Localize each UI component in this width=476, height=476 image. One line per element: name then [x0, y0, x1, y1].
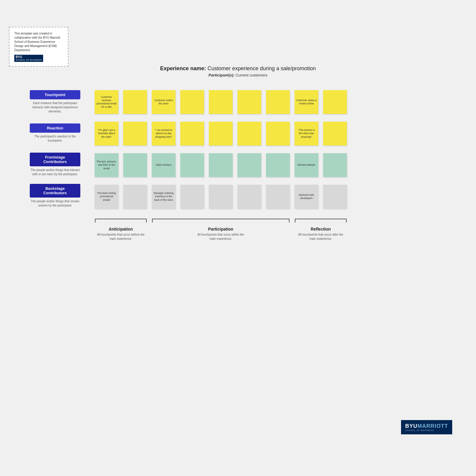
experience-header: Experience name: Customer experience dur… — [12, 65, 464, 77]
note-frontstage-2[interactable]: Sales workers — [152, 153, 176, 177]
note-backstage-8[interactable] — [323, 185, 347, 209]
footer-school: SCHOOL OF BUSINESS — [405, 429, 448, 431]
phase-participation: ParticipationAll touchpoints that occur … — [149, 217, 292, 241]
note-touchpoint-4[interactable] — [209, 90, 233, 114]
anticipation-title: Anticipation — [109, 227, 133, 231]
reaction-label-btn: Reaction — [30, 123, 80, 133]
anticipation-bracket — [92, 217, 149, 226]
note-frontstage-3[interactable] — [180, 153, 204, 177]
touchpoint-label-btn: Touchpoint — [30, 90, 80, 99]
note-touchpoint-8[interactable] — [323, 90, 347, 114]
participation-title: Participation — [208, 227, 234, 231]
labels-column: Touchpoint Each instance that the partic… — [24, 86, 92, 241]
touchpoint-notes-row: Customer receives promotional email for … — [92, 86, 452, 118]
note-reaction-7[interactable]: "The service in the store was amazing!" — [295, 122, 318, 145]
footer-logo: BYUMARRIOTT SCHOOL OF BUSINESS — [401, 420, 452, 434]
footer-marriott-part: MARRIOTT — [417, 423, 448, 429]
note-frontstage-1[interactable] — [123, 153, 147, 177]
note-touchpoint-0[interactable]: Customer receives promotional email for … — [95, 90, 118, 114]
footer-byu: BYUMARRIOTT — [405, 423, 448, 429]
frontstage-notes-row: The text, pictures, and links in the ema… — [92, 149, 452, 181]
reflection-bracket — [292, 217, 349, 226]
reflection-desc: All touchpoints that occur after the mai… — [297, 233, 345, 241]
note-touchpoint-5[interactable] — [237, 90, 261, 114]
note-touchpoint-6[interactable] — [266, 90, 290, 114]
anticipation-desc: All touchpoints that occur before the ma… — [97, 233, 145, 241]
note-touchpoint-7[interactable]: Customer writes a review online — [295, 90, 318, 114]
frontstage-label-btn: Frontstage Contributors — [30, 153, 80, 166]
note-reaction-5[interactable] — [237, 122, 261, 145]
participation-bracket — [149, 217, 292, 226]
template-box: This template was created in collaborati… — [9, 27, 68, 67]
note-reaction-2[interactable]: "I am excited to spend my day shopping h… — [152, 122, 176, 145]
note-backstage-4[interactable] — [209, 185, 233, 209]
note-backstage-0[interactable]: The team writing promotional emails — [95, 185, 118, 209]
notes-grid: Customer receives promotional email for … — [92, 86, 452, 241]
note-reaction-3[interactable] — [180, 122, 204, 145]
note-frontstage-4[interactable] — [209, 153, 233, 177]
note-reaction-4[interactable] — [209, 122, 233, 145]
note-backstage-7[interactable]: Backend web developers — [295, 185, 318, 209]
note-backstage-3[interactable] — [180, 185, 204, 209]
touchpoint-label-desc: Each instance that the participant inter… — [30, 101, 80, 114]
reaction-notes-row: "I'm glad I got a reminder about the sal… — [92, 118, 452, 149]
note-reaction-6[interactable] — [266, 122, 290, 145]
note-backstage-6[interactable] — [266, 185, 290, 209]
backstage-label-section: Backstage Contributors The people and/or… — [24, 180, 92, 211]
participant-line: Participant(s): Current customers — [12, 73, 464, 77]
reflection-title: Reflection — [311, 227, 331, 231]
note-touchpoint-1[interactable] — [123, 90, 147, 114]
note-frontstage-7[interactable]: Review website — [295, 153, 318, 177]
note-frontstage-0[interactable]: The text, pictures, and links in the ema… — [95, 153, 118, 177]
note-touchpoint-3[interactable] — [180, 90, 204, 114]
note-touchpoint-2[interactable]: Customer enters the store — [152, 90, 176, 114]
note-reaction-0[interactable]: "I'm glad I got a reminder about the sal… — [95, 122, 118, 145]
note-frontstage-8[interactable] — [323, 153, 347, 177]
note-reaction-1[interactable] — [123, 122, 147, 145]
touchpoint-label-section: Touchpoint Each instance that the partic… — [24, 86, 92, 118]
note-reaction-8[interactable] — [323, 122, 347, 145]
phase-anticipation: AnticipationAll touchpoints that occur b… — [92, 217, 149, 241]
template-logo: BYUSCHOOL OF BUSINESS — [14, 55, 43, 62]
experience-title: Experience name: Customer experience dur… — [12, 65, 464, 72]
reaction-label-section: Reaction The participant's reaction to t… — [24, 118, 92, 149]
participation-desc: All touchpoints that occur within the ma… — [197, 233, 245, 241]
note-backstage-1[interactable] — [123, 185, 147, 209]
backstage-notes-row: The team writing promotional emailsManag… — [92, 181, 452, 212]
phase-reflection: ReflectionAll touchpoints that occur aft… — [292, 217, 349, 241]
note-frontstage-6[interactable] — [266, 153, 290, 177]
frontstage-label-section: Frontstage Contributors The people and/o… — [24, 149, 92, 180]
note-frontstage-5[interactable] — [237, 153, 261, 177]
backstage-label-btn: Backstage Contributors — [30, 184, 80, 198]
backstage-label-desc: The people and/or things that remain uns… — [30, 199, 80, 208]
frontstage-label-desc: The people and/or things that interact w… — [30, 168, 80, 176]
page: This template was created in collaborati… — [0, 0, 476, 476]
note-backstage-2[interactable]: Manager ordering inventory in the back o… — [152, 185, 176, 209]
template-description: This template was created in collaborati… — [14, 32, 63, 52]
note-backstage-5[interactable] — [237, 185, 261, 209]
reaction-label-desc: The participant's reaction to the touchp… — [30, 134, 80, 143]
